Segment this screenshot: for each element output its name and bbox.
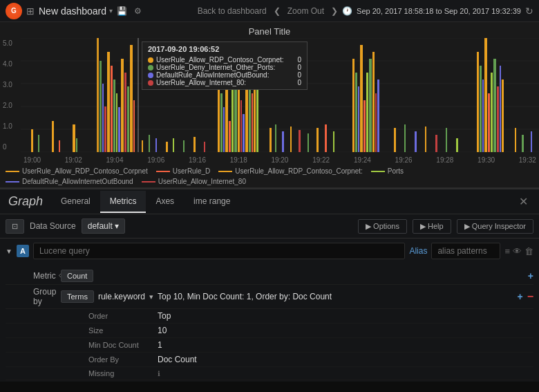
next-zoom-icon[interactable]: ❯ <box>331 6 338 16</box>
svg-rect-79 <box>488 93 490 152</box>
help-btn[interactable]: ▶ Help <box>413 219 451 234</box>
options-btn[interactable]: ▶ Options <box>358 219 407 234</box>
legend-item[interactable]: Ports <box>371 167 404 175</box>
missing-info-icon[interactable]: ℹ <box>158 370 160 377</box>
svg-rect-86 <box>522 135 524 152</box>
trash-icon[interactable]: 🗑 <box>524 246 533 256</box>
svg-rect-69 <box>404 124 406 152</box>
tooltip-row: UserRule_Allow_RDP_Contoso_Corpnet: 0 <box>148 56 301 64</box>
svg-rect-25 <box>133 100 135 152</box>
svg-rect-30 <box>173 138 174 152</box>
legend-item[interactable]: UserRule_Allow_Internet_80 <box>142 178 246 185</box>
metric-type-tag[interactable]: Count <box>61 270 93 282</box>
legend-color <box>6 171 19 172</box>
close-panel-btn[interactable]: ✕ <box>513 195 533 208</box>
legend-item[interactable]: UserRule_Allow_RDP_Contoso_Corpnet <box>6 167 148 175</box>
size-value: 10 <box>158 326 167 335</box>
group-by-dropdown-icon[interactable]: ▾ <box>149 292 153 301</box>
tab-time-range[interactable]: ime range <box>184 191 240 213</box>
query-input[interactable] <box>33 243 405 259</box>
legend-label: UserRule_Allow_RDP_Contoso_Corpnet <box>22 167 148 175</box>
x-axis: 19:00 19:02 19:04 19:06 19:16 19:18 19:2… <box>21 153 539 166</box>
y-label-1: 1.0 <box>3 122 18 130</box>
toolbar-icons: 💾 ⚙ <box>117 6 142 16</box>
svg-rect-40 <box>234 86 237 152</box>
group-by-type-tag[interactable]: Terms <box>61 290 94 303</box>
order-label: Order <box>88 312 158 320</box>
legend-item[interactable]: DefaultRule_AllowInternetOutBound <box>6 178 133 185</box>
datasource-icon-btn[interactable]: ⊡ <box>6 219 24 234</box>
svg-rect-62 <box>363 100 366 152</box>
svg-rect-23 <box>127 86 129 152</box>
svg-rect-32 <box>193 137 196 152</box>
y-label-4: 4.0 <box>3 60 18 68</box>
top-bar-center: Back to dashboard ❮ Zoom Out ❯ 🕐 Sep 20,… <box>195 5 533 17</box>
metric-plus-btn[interactable]: + <box>528 270 533 281</box>
svg-rect-15 <box>104 106 106 152</box>
query-area: ▼ A Alias ≡ 👁 🗑 <box>0 239 539 266</box>
svg-rect-9 <box>59 140 60 152</box>
y-label-3: 3.0 <box>3 81 18 88</box>
svg-rect-77 <box>482 80 484 152</box>
refresh-btn[interactable]: ↻ <box>525 6 533 17</box>
group-by-desc: Top 10, Min Doc Count: 1, Order by: Doc … <box>158 292 332 301</box>
svg-rect-52 <box>290 127 292 152</box>
graph-container: Panel Title 5.0 4.0 3.0 2.0 1.0 0 <box>0 22 539 188</box>
svg-rect-73 <box>446 128 447 152</box>
zoom-out-btn[interactable]: Zoom Out <box>285 5 327 17</box>
legend-item[interactable]: UserRule_D <box>156 167 210 175</box>
svg-rect-11 <box>76 138 77 152</box>
y-label-2: 2.0 <box>3 102 18 109</box>
svg-rect-16 <box>107 52 110 152</box>
order-by-row: Order By Doc Count <box>6 353 533 367</box>
clock-icon: 🕐 <box>342 6 352 16</box>
legend-item[interactable]: UserRule_Allow_RDP_Contoso_Corpnet: <box>218 167 363 175</box>
group-by-plus-btn[interactable]: + <box>517 291 522 302</box>
save-icon[interactable]: 💾 <box>117 6 127 16</box>
settings-icon[interactable]: ⚙ <box>134 6 142 16</box>
alias-input[interactable] <box>431 243 500 259</box>
back-to-dashboard-btn[interactable]: Back to dashboard <box>195 5 270 17</box>
query-inspector-btn[interactable]: ▶ Query Inspector <box>457 219 533 234</box>
svg-rect-67 <box>377 80 379 152</box>
tab-metrics[interactable]: Metrics <box>100 191 146 213</box>
svg-rect-80 <box>491 73 493 152</box>
metric-row: Metric 👁 Count + <box>6 268 533 285</box>
tab-axes[interactable]: Axes <box>146 191 184 213</box>
svg-rect-49 <box>270 128 272 152</box>
svg-rect-78 <box>484 38 487 152</box>
tab-general[interactable]: General <box>51 191 100 213</box>
min-doc-count-row: Min Doc Count 1 <box>6 338 533 353</box>
missing-label: Missing <box>88 369 158 377</box>
legend-label: UserRule_Allow_RDP_Contoso_Corpnet: <box>235 167 363 175</box>
legend-color <box>142 181 155 183</box>
dashboard-dropdown-icon[interactable]: ▾ <box>109 7 113 15</box>
collapse-icon[interactable]: ▼ <box>6 248 12 255</box>
datasource-label: Data Source <box>30 221 76 231</box>
svg-rect-6 <box>31 129 33 152</box>
alias-label: Alias <box>409 246 427 256</box>
order-by-value: Doc Count <box>158 355 197 364</box>
logo-icon[interactable]: G <box>6 3 22 19</box>
group-by-minus-btn[interactable]: − <box>527 290 533 303</box>
options-bar: ⊡ Data Source default ▾ ▶ Options ▶ Help… <box>0 214 539 239</box>
legend-color <box>6 181 19 183</box>
tooltip-row: UserRule_Deny_Internet_Other_Ports: 0 <box>148 64 301 71</box>
order-by-label: Order By <box>88 355 158 364</box>
datasource-select[interactable]: default ▾ <box>82 218 125 234</box>
dashboard-title: New dashboard ▾ <box>39 6 113 17</box>
svg-rect-20 <box>118 107 120 152</box>
size-row: Size 10 <box>6 324 533 338</box>
menu-icon[interactable]: ≡ <box>504 246 510 256</box>
dashboard-grid-icon: ⊞ <box>26 6 35 17</box>
order-row: Order Top <box>6 309 533 324</box>
bars-area: 2017-09-20 19:06:52 UserRule_Allow_RDP_C… <box>21 38 539 152</box>
eye-icon[interactable]: 👁 <box>513 246 522 256</box>
svg-rect-63 <box>366 73 368 152</box>
legend-label: UserRule_Allow_Internet_80 <box>158 178 246 185</box>
svg-rect-64 <box>369 59 372 152</box>
y-label-0: 0 <box>3 143 18 151</box>
svg-rect-22 <box>124 73 126 152</box>
prev-zoom-icon[interactable]: ❮ <box>274 6 281 16</box>
query-row: ▼ A Alias ≡ 👁 🗑 <box>6 243 533 259</box>
